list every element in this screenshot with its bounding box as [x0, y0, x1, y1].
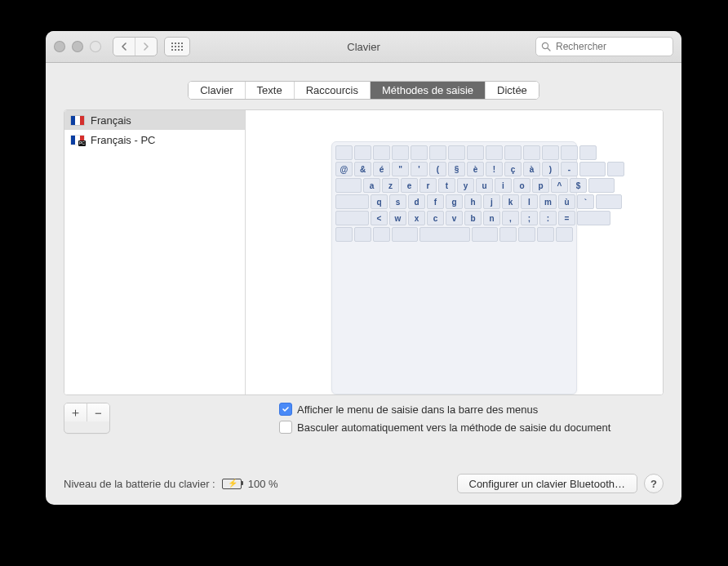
flag-icon: PC [71, 136, 84, 145]
remove-input-source-button[interactable]: − [87, 403, 109, 421]
svg-point-0 [542, 42, 548, 48]
search-icon [541, 42, 551, 51]
close-window-button[interactable] [54, 41, 65, 52]
keyboard-key [518, 227, 535, 242]
help-icon: ? [650, 478, 657, 490]
keyboard-row: @&é"'(§è!çà)- [335, 162, 573, 176]
input-sources-list[interactable]: FrançaisPCFrançais - PC [64, 110, 246, 394]
keyboard-key: b [464, 211, 482, 225]
configure-bluetooth-keyboard-button[interactable]: Configurer un clavier Bluetooth… [457, 474, 638, 493]
keyboard-key: ' [411, 162, 428, 176]
keyboard-key: w [389, 211, 406, 225]
zoom-window-button[interactable] [90, 41, 101, 52]
keyboard-key: c [427, 211, 444, 225]
keyboard-key: z [382, 178, 399, 193]
keyboard-key: t [438, 178, 455, 193]
keyboard-key: ( [429, 162, 446, 176]
keyboard-key: e [401, 178, 418, 193]
keyboard-key: ! [486, 162, 503, 176]
footer: Niveau de la batterie du clavier : ⚡ 100… [64, 474, 664, 493]
keyboard-key [596, 194, 622, 209]
tab-raccourcis[interactable]: Raccourcis [295, 82, 371, 99]
tab-clavier[interactable]: Clavier [189, 82, 245, 99]
keyboard-key [448, 145, 465, 160]
preferences-window: Clavier ClavierTexteRaccourcisMéthodes d… [46, 31, 681, 505]
auto-switch-checkbox-row[interactable]: Basculer automatiquement vers la méthode… [279, 421, 610, 434]
checkbox-show-menu[interactable] [279, 403, 292, 416]
keyboard-key: = [558, 211, 575, 225]
grid-icon [171, 42, 184, 51]
battery-icon: ⚡ [222, 479, 242, 489]
pc-badge: PC [78, 140, 86, 146]
keyboard-key: d [408, 194, 425, 209]
keyboard-row: <wxcvbn,;:= [335, 211, 573, 225]
keyboard-key: ^ [551, 178, 568, 193]
input-source-item[interactable]: Français [64, 110, 245, 130]
keyboard-row [335, 145, 573, 160]
help-button[interactable]: ? [644, 474, 664, 493]
battery-label: Niveau de la batterie du clavier : [64, 478, 215, 490]
search-input[interactable] [554, 40, 668, 53]
keyboard-preview: @&é"'(§è!çà)-azertyuiop^$qsdfghjklmù`<wx… [246, 110, 663, 394]
input-source-label: Français [91, 114, 131, 127]
keyboard-key [467, 145, 484, 160]
show-input-menu-checkbox-row[interactable]: Afficher le menu de saisie dans la barre… [279, 403, 610, 416]
checkbox-auto-switch[interactable] [279, 421, 292, 434]
keyboard-key [354, 145, 371, 160]
tab-texte[interactable]: Texte [246, 82, 295, 99]
keyboard-key: ù [558, 194, 575, 209]
keyboard-key [392, 145, 409, 160]
keyboard-row: azertyuiop^$ [335, 178, 573, 193]
nav-buttons [113, 37, 158, 56]
keyboard-key: § [448, 162, 465, 176]
keyboard-key [499, 227, 517, 242]
input-source-item[interactable]: PCFrançais - PC [64, 130, 245, 149]
keyboard-key: : [539, 211, 557, 225]
keyboard-key: a [363, 178, 380, 193]
keyboard-key [335, 178, 362, 193]
keyboard-key [335, 211, 369, 225]
tab-bar: ClavierTexteRaccourcisMéthodes de saisie… [188, 81, 539, 100]
keyboard-key [373, 227, 390, 242]
tab-dict-e[interactable]: Dictée [486, 82, 539, 99]
add-input-source-button[interactable]: ＋ [64, 403, 87, 421]
keyboard-key [335, 194, 369, 209]
flag-icon [71, 116, 84, 125]
show-all-preferences-button[interactable] [164, 37, 190, 56]
keyboard-key: g [446, 194, 463, 209]
forward-button[interactable] [135, 38, 157, 56]
keyboard-key: f [427, 194, 444, 209]
back-button[interactable] [113, 38, 135, 56]
keyboard-key [561, 145, 578, 160]
keyboard-key: à [523, 162, 540, 176]
keyboard-key: $ [570, 178, 587, 193]
checkbox-show-menu-label: Afficher le menu de saisie dans la barre… [297, 403, 538, 416]
keyboard-key [542, 145, 559, 160]
titlebar: Clavier [46, 31, 681, 63]
checkbox-auto-switch-label: Basculer automatiquement vers la méthode… [297, 421, 610, 434]
keyboard-key: l [521, 194, 538, 209]
keyboard-key: n [483, 211, 500, 225]
keyboard-key [523, 145, 540, 160]
keyboard-key [579, 162, 606, 176]
keyboard-key [579, 145, 597, 160]
keyboard-key: m [539, 194, 557, 209]
tab-m-thodes-de-saisie[interactable]: Méthodes de saisie [371, 82, 486, 99]
keyboard-key: " [392, 162, 409, 176]
keyboard-key: ` [577, 194, 594, 209]
keyboard-key [335, 145, 353, 160]
minus-icon: − [95, 406, 102, 420]
minimize-window-button[interactable] [72, 41, 83, 52]
keyboard-key: q [371, 194, 388, 209]
keyboard-key [392, 227, 418, 242]
keyboard-key [411, 145, 428, 160]
add-remove-control: ＋ − [64, 403, 110, 434]
keyboard-key: @ [335, 162, 353, 176]
keyboard-key: s [389, 194, 406, 209]
keyboard-key: u [476, 178, 493, 193]
keyboard-layout: @&é"'(§è!çà)-azertyuiop^$qsdfghjklmù`<wx… [331, 141, 577, 394]
keyboard-key [419, 227, 470, 242]
keyboard-key [472, 227, 498, 242]
keyboard-key [556, 227, 573, 242]
keyboard-key: p [532, 178, 549, 193]
